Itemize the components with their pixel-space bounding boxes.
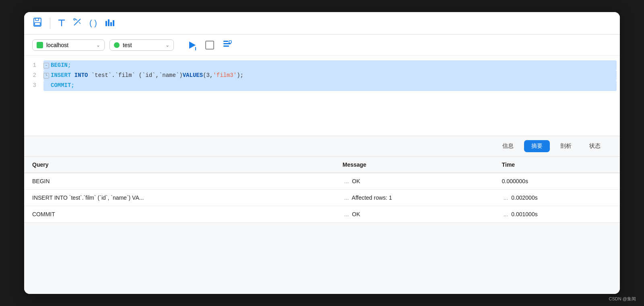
code-line-3: COMMIT;	[43, 81, 617, 91]
code-token-id: `id`	[142, 70, 156, 81]
svg-rect-9	[110, 22, 112, 26]
code-token-film3: 'film3'	[213, 70, 237, 81]
svg-rect-16	[229, 41, 231, 43]
code-token-begin: BEGIN;	[51, 60, 71, 70]
explain-button[interactable]	[222, 39, 233, 52]
code-token-table: `test`.`film` (	[91, 70, 142, 81]
table-row: COMMIT ... OK ... 0.001000s	[24, 206, 620, 223]
host-label: localhost	[46, 42, 68, 48]
results-table: Query Message Time BEGIN ... OK	[24, 157, 620, 294]
cell-message-3: ... OK	[334, 206, 494, 223]
col-time: Time	[494, 157, 620, 173]
format-icon[interactable]: ⊤	[58, 18, 65, 29]
line-numbers: 1 2 3	[24, 56, 40, 136]
code-token-into: INTO	[74, 70, 88, 81]
code-token-comma1: ,	[155, 70, 159, 81]
connection-bar: localhost ⌄ test ⌄	[24, 35, 620, 56]
svg-rect-10	[113, 20, 114, 26]
save-icon[interactable]	[32, 17, 43, 30]
magic-icon[interactable]	[72, 17, 82, 29]
results-tabs: 信息 摘要 剖析 状态	[24, 136, 620, 157]
code-token-insert: INSERT	[51, 70, 71, 81]
line-number-2: 2	[28, 70, 36, 81]
results-area: 信息 摘要 剖析 状态 Query Message Time BEGIN	[24, 136, 620, 294]
svg-rect-1	[35, 18, 39, 21]
svg-rect-15	[223, 45, 229, 47]
table-row: INSERT INTO `test`.`film` (`id`, `name`)…	[24, 190, 620, 206]
tab-status[interactable]: 状态	[582, 140, 608, 152]
svg-rect-13	[223, 41, 228, 42]
toolbar: ⊤ ( )	[24, 12, 620, 35]
code-editor[interactable]: − BEGIN; └ INSERT INTO `test`.`film` (`i…	[40, 56, 620, 136]
host-selector[interactable]: localhost ⌄	[32, 39, 105, 51]
database-selector[interactable]: test ⌄	[109, 39, 174, 51]
paren-icon[interactable]: ( )	[89, 19, 97, 28]
code-token-end-paren: );	[237, 70, 244, 81]
svg-rect-8	[108, 19, 109, 26]
db-status-dot	[114, 42, 120, 48]
svg-line-5	[79, 22, 80, 24]
code-token-commit: COMMIT;	[51, 81, 74, 91]
svg-point-6	[74, 19, 75, 20]
svg-marker-11	[189, 41, 196, 49]
fold-btn-2[interactable]: └	[43, 73, 49, 79]
cell-time-2: ... 0.002000s	[494, 190, 620, 206]
watermark: CSDN @集闻	[609, 296, 636, 302]
host-chevron-icon: ⌄	[96, 42, 100, 48]
svg-rect-2	[35, 23, 40, 25]
stop-button[interactable]	[205, 41, 214, 50]
db-chevron-icon: ⌄	[165, 42, 169, 48]
col-message: Message	[334, 157, 494, 173]
cell-time-1: 0.000000s	[494, 173, 620, 190]
svg-line-4	[76, 19, 77, 21]
line-number-1: 1	[28, 60, 36, 70]
cell-query-3: COMMIT	[24, 206, 334, 223]
cell-query-2: INSERT INTO `test`.`film` (`id`, `name`)…	[24, 190, 334, 206]
table-row: BEGIN ... OK 0.000000s	[24, 173, 620, 190]
code-token-name: `name`	[159, 70, 179, 81]
host-status-dot	[37, 42, 43, 48]
line-number-3: 3	[28, 81, 36, 91]
main-window: ⊤ ( ) localhost ⌄ t	[24, 12, 620, 294]
table-header-row: Query Message Time	[24, 157, 620, 173]
tab-summary[interactable]: 摘要	[524, 140, 550, 152]
cell-message-1: ... OK	[334, 173, 494, 190]
tab-info[interactable]: 信息	[495, 140, 521, 152]
tab-profile[interactable]: 剖析	[553, 140, 579, 152]
editor-area: 1 2 3 − BEGIN; └ INSERT INTO `test`.`fil…	[24, 56, 620, 136]
code-token-values: VALUES	[183, 70, 203, 81]
fold-btn-1[interactable]: −	[43, 63, 49, 68]
code-token-nums: (3,	[203, 70, 213, 81]
code-line-1: − BEGIN;	[43, 60, 617, 70]
toolbar-divider	[50, 18, 50, 29]
chart-icon[interactable]	[104, 17, 115, 30]
code-token-paren: )	[179, 70, 182, 81]
svg-rect-7	[105, 21, 107, 26]
run-button[interactable]	[187, 40, 197, 50]
cell-query-1: BEGIN	[24, 173, 334, 190]
db-label: test	[123, 42, 132, 48]
code-line-2: └ INSERT INTO `test`.`film` (`id`, `name…	[43, 70, 617, 81]
cell-message-2: ... Affected rows: 1	[334, 190, 494, 206]
col-query: Query	[24, 157, 334, 173]
cell-time-3: ... 0.001000s	[494, 206, 620, 223]
